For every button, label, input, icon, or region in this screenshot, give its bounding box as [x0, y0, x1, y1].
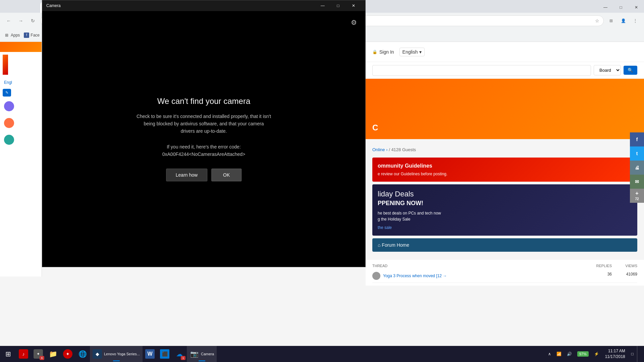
camera-title-text: Camera: [46, 3, 315, 8]
taskbar-item-chrome[interactable]: 🌐: [75, 346, 90, 362]
write-button[interactable]: ✎: [3, 89, 11, 97]
start-button[interactable]: ⊞: [0, 346, 16, 362]
bookmark-apps[interactable]: ⊞ Apps: [4, 33, 20, 38]
show-hidden-icons-button[interactable]: ∧: [546, 346, 553, 362]
profile-button[interactable]: 👤: [619, 16, 628, 25]
search-input-wrapper[interactable]: [372, 65, 591, 76]
settings-gear-icon: ⚙: [351, 18, 357, 26]
camera-error-code-block: If you need it, here's the error code: 0…: [137, 143, 271, 158]
taskbar-item-lenovo-software[interactable]: ✦: [60, 346, 75, 362]
clock-display[interactable]: 11:17 AM 11/17/2018: [602, 348, 628, 360]
clock-time: 11:17 AM: [605, 348, 625, 354]
facebook-share-button[interactable]: f: [630, 132, 644, 146]
taskbar-item-calculator[interactable]: ⬛: [157, 346, 172, 362]
forum-home-icon: ⌂: [378, 242, 382, 248]
facebook-icon: f: [24, 33, 29, 38]
search-button[interactable]: 🔍: [624, 66, 637, 75]
yoga-active-indicator: [113, 360, 120, 361]
left-panel-logo: [0, 52, 42, 77]
camera-error-code: 0xA00F4244<NoCamerasAreAttached>: [137, 150, 271, 158]
back-button[interactable]: ←: [4, 16, 13, 25]
holiday-deals-card: liday Deals PPENING NOW! he best deals o…: [372, 184, 637, 236]
left-panel-user3[interactable]: [0, 131, 42, 148]
browser-maximize-button[interactable]: □: [613, 2, 629, 13]
sign-in-btn[interactable]: 🔒 Sign In: [372, 49, 394, 55]
email-share-button[interactable]: ✉: [630, 175, 644, 189]
forum-home-card[interactable]: ⌂ Forum Home: [372, 238, 637, 252]
windows-start-icon: ⊞: [5, 350, 11, 358]
taskbar-item-explorer[interactable]: 📁: [46, 346, 60, 362]
lenovo-software-icon: ✦: [63, 349, 72, 359]
share-plus-button[interactable]: + 72: [630, 189, 644, 203]
bookmark-star-icon[interactable]: ☆: [595, 18, 599, 23]
edit-icon: ✎: [5, 90, 8, 95]
battery-level: 97%: [577, 351, 589, 357]
sign-in-label: Sign In: [379, 49, 394, 55]
bookmark-facebook[interactable]: f Face: [24, 33, 40, 38]
camera-titlebar[interactable]: Camera — □ ✕: [42, 0, 365, 11]
print-button[interactable]: 🖨: [630, 161, 644, 175]
forward-button[interactable]: →: [16, 16, 25, 25]
camera-maximize-button[interactable]: □: [330, 0, 346, 11]
window-controls: — □ ✕: [315, 0, 361, 11]
board-select[interactable]: Board: [594, 65, 621, 75]
taskbar-item-yoga[interactable]: ◆ Lenovo Yoga Series...: [90, 346, 143, 362]
left-panel-user2[interactable]: [0, 115, 42, 131]
network-icon[interactable]: 📶: [554, 346, 564, 362]
left-panel: Engl ✎: [0, 42, 42, 277]
chrome-icon: 🌐: [78, 349, 87, 359]
holiday-link[interactable]: the sale: [378, 225, 392, 230]
online-count: Online › / 4128 Guests: [372, 144, 637, 155]
left-language-link[interactable]: Engl: [0, 77, 42, 87]
left-panel-user1[interactable]: [0, 98, 42, 115]
forum-home-label: Forum Home: [382, 242, 409, 248]
camera-taskbar-icon: 📷: [190, 349, 199, 359]
replies-header: REPLIES: [592, 264, 612, 268]
browser-close-button[interactable]: ✕: [629, 2, 644, 13]
taskbar-item-onedrive[interactable]: ☁ 1: [172, 346, 187, 362]
language-label: English: [402, 49, 418, 55]
camera-error-buttons: Learn how OK: [137, 169, 271, 181]
avatar-1: [4, 101, 14, 111]
apps-grid-icon: ⊞: [4, 33, 9, 38]
vantage-badge: 6: [40, 356, 44, 360]
search-bar-row: Board 🔍: [366, 62, 644, 79]
volume-button[interactable]: 🔊: [565, 346, 574, 362]
extensions-button[interactable]: ⊞: [606, 16, 616, 25]
lock-icon: 🔒: [372, 50, 377, 54]
show-desktop-button[interactable]: [637, 346, 641, 362]
browser-minimize-button[interactable]: —: [598, 2, 613, 13]
taskbar-item-camera[interactable]: 📷 Camera: [187, 346, 217, 362]
calculator-icon: ⬛: [160, 349, 169, 359]
menu-button[interactable]: ⋮: [631, 16, 640, 25]
power-icon[interactable]: ⚡: [592, 346, 601, 362]
camera-error-title: We can't find your camera: [137, 97, 271, 106]
twitter-share-button[interactable]: t: [630, 146, 644, 161]
thread-avatar: [372, 272, 380, 280]
email-icon: ✉: [635, 179, 639, 184]
bookmark-facebook-label: Face: [31, 33, 40, 38]
notification-icon: □: [631, 352, 634, 356]
online-link[interactable]: Online ›: [372, 147, 389, 152]
learn-how-button[interactable]: Learn how: [166, 169, 207, 181]
wifi-icon: 📶: [556, 352, 561, 356]
taskbar-item-iheart[interactable]: ♪: [16, 346, 31, 362]
camera-close-button[interactable]: ✕: [346, 0, 361, 11]
left-banner-top: [0, 42, 42, 52]
battery-indicator[interactable]: 97%: [575, 346, 591, 362]
taskbar-item-vantage[interactable]: ✦ 6: [31, 346, 46, 362]
table-header: THREAD REPLIES VIEWS: [372, 262, 637, 269]
holiday-title: liday Deals: [378, 190, 632, 198]
notification-button[interactable]: □: [629, 346, 636, 362]
social-sidebar: f t 🖨 ✉ + 72: [630, 132, 644, 203]
holiday-subtitle: PPENING NOW!: [378, 200, 632, 207]
language-dropdown[interactable]: English ▾: [399, 48, 425, 56]
refresh-button[interactable]: ↻: [28, 16, 38, 25]
camera-minimize-button[interactable]: —: [315, 0, 330, 11]
avatar-3: [4, 135, 14, 145]
thread-title[interactable]: Yoga 3 Process when moved [12 →: [383, 274, 447, 278]
camera-settings-button[interactable]: ⚙: [348, 16, 360, 28]
taskbar-item-word[interactable]: W: [143, 346, 157, 362]
ok-button[interactable]: OK: [211, 169, 241, 181]
left-logo-bar: [3, 55, 8, 75]
